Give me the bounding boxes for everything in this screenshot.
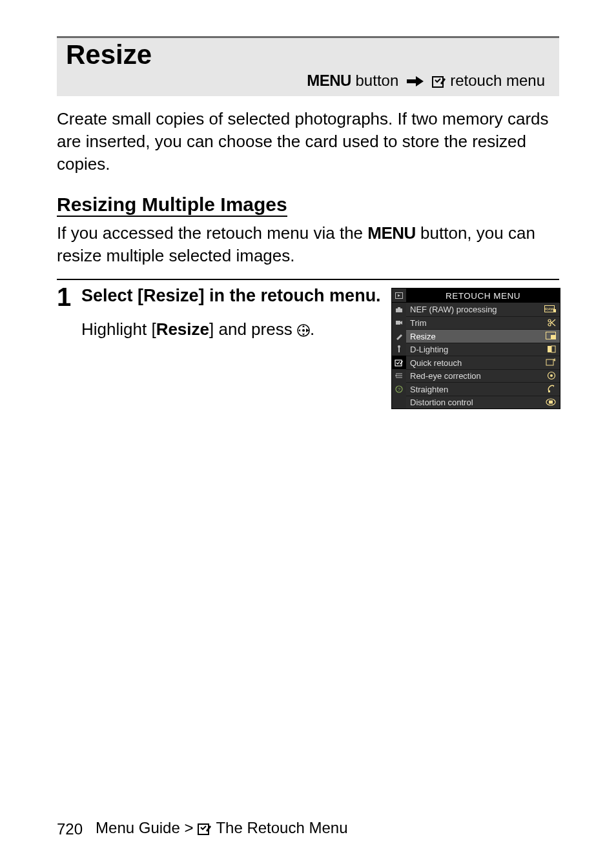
side-tab-play-icon: [392, 288, 406, 302]
svg-rect-19: [548, 346, 551, 352]
camera-menu-item-label: Resize: [410, 332, 436, 341]
camera-menu-item-label: Distortion control: [410, 398, 473, 407]
camera-menu-list: NEF (RAW) processingRAWTrimResizeD-Light…: [406, 303, 560, 409]
section-heading: Resizing Multiple Images: [57, 194, 287, 217]
step-title: Select [Resize] in the retouch menu.: [81, 284, 389, 307]
camera-menu-item: Straighten: [406, 382, 560, 396]
breadcrumb-menu-label: MENU: [307, 72, 351, 89]
breadcrumb-target: retouch menu: [446, 72, 545, 89]
breadcrumb-button-text: button: [351, 72, 403, 89]
camera-menu-item-label: D-Lighting: [410, 345, 448, 354]
svg-rect-5: [398, 307, 400, 309]
scissors-icon: [543, 318, 556, 328]
svg-rect-18: [551, 335, 555, 339]
side-tab-pencil-icon: [392, 329, 406, 343]
red-eye-icon: [543, 371, 556, 381]
svg-rect-26: [549, 400, 553, 403]
svg-rect-20: [551, 346, 555, 352]
svg-rect-14: [553, 309, 556, 312]
camera-menu-item: D-Lighting: [406, 343, 560, 356]
retouch-icon: [432, 74, 446, 92]
footer-path: Menu Guide > The Retouch Menu: [96, 819, 347, 840]
svg-point-23: [550, 374, 553, 377]
svg-text:RAW: RAW: [545, 307, 554, 311]
camera-menu-item: Resize: [406, 329, 560, 343]
camera-ui-title: RETOUCH MENU: [406, 288, 560, 303]
step-number: 1: [57, 284, 79, 409]
side-tab-retouch-icon: [392, 356, 406, 369]
camera-menu-item-label: Quick retouch: [410, 358, 462, 368]
camera-menu-item-label: NEF (RAW) processing: [410, 305, 497, 314]
camera-menu-item: NEF (RAW) processingRAW: [406, 303, 560, 316]
camera-menu-item: Red-eye correction: [406, 369, 560, 383]
section-header: Resize MENU button retouch menu: [57, 36, 559, 96]
page-footer: 720 Menu Guide > The Retouch Menu: [57, 819, 559, 840]
page-title: Resize: [57, 38, 559, 72]
arrow-right-icon: [407, 73, 424, 91]
camera-side-tabs: ?: [392, 303, 406, 409]
straighten-icon: [543, 384, 556, 394]
raw-box-icon: RAW: [543, 305, 556, 314]
camera-ui-screenshot: RETOUCH MENU ? NEF (RAW) processingRAWTr…: [391, 288, 559, 409]
page-number: 720: [57, 820, 83, 838]
side-tab-retouch-tool-icon: [392, 343, 406, 356]
retouch-icon: [198, 822, 212, 840]
svg-rect-6: [396, 321, 400, 325]
camera-menu-item-label: Red-eye correction: [410, 371, 481, 381]
distortion-icon: [543, 398, 556, 407]
step-description: Highlight [Resize] and press .: [81, 319, 389, 339]
svg-rect-24: [548, 390, 550, 392]
section-paragraph: If you accessed the retouch menu via the…: [57, 222, 559, 267]
side-tab-camera-icon: [392, 303, 406, 316]
camera-menu-item: Trim: [406, 316, 560, 330]
side-tab-mymenu-icon: [392, 369, 406, 383]
camera-menu-item-label: Trim: [410, 318, 427, 328]
side-tab-movie-icon: [392, 316, 406, 330]
breadcrumb: MENU button retouch menu: [57, 72, 559, 92]
camera-menu-item: Distortion control: [406, 396, 560, 409]
intro-paragraph: Create small copies of selected photogra…: [57, 108, 559, 176]
side-tab-help-icon: ?: [392, 382, 406, 396]
svg-point-8: [398, 345, 400, 348]
multi-selector-right-icon: [297, 319, 310, 339]
resize-icon: [543, 332, 556, 341]
camera-menu-item-label: Straighten: [410, 385, 448, 394]
quick-retouch-icon: [543, 358, 556, 367]
svg-point-2: [302, 329, 305, 332]
step-1: 1 Select [Resize] in the retouch menu. H…: [57, 279, 559, 409]
menu-button-label: MENU: [367, 223, 416, 243]
svg-text:?: ?: [398, 387, 401, 392]
svg-rect-21: [546, 359, 553, 365]
d-lighting-icon: [543, 345, 556, 354]
camera-menu-item: Quick retouch: [406, 356, 560, 369]
